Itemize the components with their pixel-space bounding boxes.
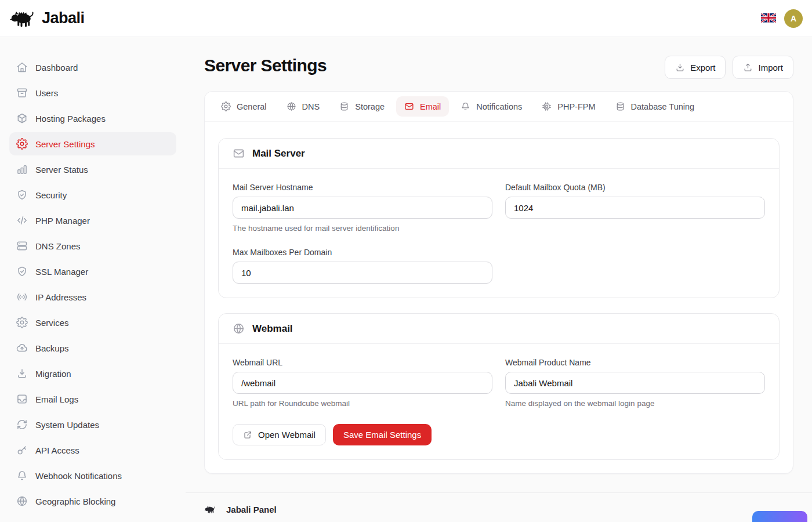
tab-label: General [237, 102, 267, 111]
brand-name: Jabali [42, 9, 85, 27]
sidebar-item-label: System Updates [35, 420, 99, 430]
page-title: Server Settings [204, 56, 327, 75]
tab-php-fpm[interactable]: PHP-FPM [534, 96, 603, 117]
refresh-icon [16, 419, 28, 430]
field-label: Webmail Product Name [505, 358, 765, 367]
mail-icon [404, 102, 414, 111]
field-help: The hostname used for mail server identi… [233, 224, 492, 233]
sidebar-item-ip-addresses[interactable]: IP Addresses [9, 285, 176, 309]
gear-icon [16, 138, 28, 150]
field-webmail-product-name: Webmail Product Name Name displayed on t… [505, 358, 765, 408]
bell-icon [16, 470, 28, 481]
tab-database-tuning[interactable]: Database Tuning [607, 96, 703, 117]
sidebar-item-users[interactable]: Users [9, 81, 176, 104]
open-webmail-label: Open Webmail [258, 430, 316, 440]
tab-storage[interactable]: Storage [331, 96, 393, 117]
archive-icon [16, 87, 28, 99]
globe-icon [16, 495, 28, 507]
import-button[interactable]: Import [733, 56, 793, 79]
sidebar-item-system-updates[interactable]: System Updates [9, 413, 176, 436]
settings-tabs: General DNS Storage Email Notifications … [205, 92, 793, 122]
cpu-icon [542, 102, 552, 111]
gear-icon [221, 102, 231, 111]
sidebar-item-services[interactable]: Services [9, 311, 176, 334]
export-button[interactable]: Export [665, 56, 726, 79]
mail-icon [233, 147, 245, 160]
tab-label: Notifications [476, 102, 522, 111]
webmail-card: Webmail Webmail URL URL path for Roundcu… [218, 313, 780, 460]
database-icon [615, 102, 625, 111]
sidebar-item-label: Services [35, 318, 69, 328]
field-help: Name displayed on the webmail login page [505, 399, 765, 408]
sidebar-item-hosting-packages[interactable]: Hosting Packages [9, 107, 176, 130]
sidebar-item-geographic-blocking[interactable]: Geographic Blocking [9, 490, 176, 513]
sidebar-item-security[interactable]: Security [9, 183, 176, 206]
sidebar-item-label: IP Addresses [35, 292, 86, 302]
jabali-boar-logo-icon [9, 9, 37, 28]
import-label: Import [758, 63, 783, 72]
app-header: Jabali A [0, 0, 812, 37]
sidebar-item-php-manager[interactable]: PHP Manager [9, 209, 176, 232]
field-label: Mail Server Hostname [233, 183, 492, 192]
sidebar-item-label: Hosting Packages [35, 114, 106, 124]
jabali-boar-logo-icon [204, 505, 217, 514]
export-label: Export [690, 63, 715, 72]
user-avatar[interactable]: A [784, 9, 803, 28]
sidebar-item-webhook-notifications[interactable]: Webhook Notifications [9, 464, 176, 487]
globe-icon [287, 102, 296, 111]
shield-check-icon [16, 189, 28, 201]
footer-brand: Jabali Panel [204, 505, 793, 514]
open-webmail-button[interactable]: Open Webmail [233, 424, 326, 445]
field-mailbox-quota: Default Mailbox Quota (MB) [505, 183, 765, 233]
sidebar-item-email-logs[interactable]: Email Logs [9, 387, 176, 411]
tab-label: Database Tuning [631, 102, 695, 111]
tab-general[interactable]: General [213, 96, 275, 117]
save-email-settings-button[interactable]: Save Email Settings [333, 424, 432, 445]
footer-brand-name: Jabali Panel [226, 505, 277, 514]
footer-gradient-action-button[interactable] [752, 511, 807, 522]
home-icon [16, 61, 28, 73]
tab-email[interactable]: Email [396, 96, 449, 117]
sidebar-item-dashboard[interactable]: Dashboard [9, 56, 176, 79]
sidebar-item-ssl-manager[interactable]: SSL Manager [9, 260, 176, 283]
mail-server-card: Mail Server Mail Server Hostname The hos… [218, 138, 780, 298]
tab-notifications[interactable]: Notifications [452, 96, 530, 117]
shield-check-icon [16, 266, 28, 277]
sidebar-item-label: Backups [35, 343, 69, 353]
sidebar-item-dns-zones[interactable]: DNS Zones [9, 234, 176, 258]
sidebar-item-migration[interactable]: Migration [9, 362, 176, 385]
sidebar-item-server-settings[interactable]: Server Settings [9, 132, 176, 155]
uk-flag-icon[interactable] [761, 13, 776, 23]
external-link-icon [243, 430, 253, 440]
tab-label: Email [420, 102, 441, 111]
sidebar-item-label: Server Settings [35, 139, 95, 149]
upload-tray-icon [743, 63, 753, 72]
brand: Jabali [9, 9, 85, 28]
sidebar-item-label: Migration [35, 369, 71, 379]
field-mail-hostname: Mail Server Hostname The hostname used f… [233, 183, 492, 233]
sidebar-item-label: SSL Manager [35, 267, 88, 277]
field-label: Max Mailboxes Per Domain [233, 248, 492, 257]
webmail-url-input[interactable] [233, 372, 492, 394]
sidebar: Dashboard Users Hosting Packages Server … [0, 37, 186, 522]
field-webmail-url: Webmail URL URL path for Roundcube webma… [233, 358, 492, 408]
database-icon [339, 102, 349, 111]
server-icon [16, 240, 28, 252]
card-title: Mail Server [252, 148, 305, 160]
tab-label: DNS [302, 102, 320, 111]
webmail-product-name-input[interactable] [505, 372, 765, 394]
tab-dns[interactable]: DNS [278, 96, 328, 117]
gear-icon [16, 317, 28, 328]
sidebar-item-label: Webhook Notifications [35, 471, 122, 481]
sidebar-item-backups[interactable]: Backups [9, 336, 176, 360]
max-mailboxes-input[interactable] [233, 262, 492, 284]
sidebar-item-server-status[interactable]: Server Status [9, 158, 176, 181]
sidebar-item-api-access[interactable]: API Access [9, 438, 176, 462]
globe-icon [233, 322, 245, 335]
sidebar-item-label: DNS Zones [35, 241, 81, 251]
mail-hostname-input[interactable] [233, 197, 492, 219]
tab-label: PHP-FPM [557, 102, 595, 111]
mailbox-quota-input[interactable] [505, 197, 765, 219]
inbox-icon [16, 393, 28, 405]
card-title: Webmail [252, 323, 293, 335]
